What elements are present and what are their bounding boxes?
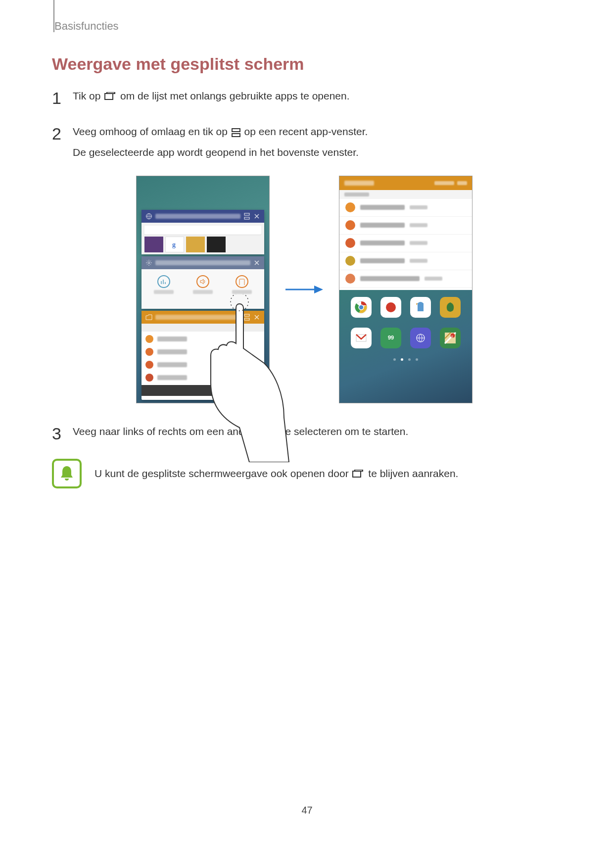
step-2-line2: De geselecteerde app wordt geopend in he… [73,144,557,161]
app-icon-3 [410,297,431,318]
folder-icon [145,314,152,321]
svg-rect-6 [244,217,249,219]
name-blur [157,362,187,367]
label-blur [232,290,252,294]
size-blur [425,277,442,281]
subcat-text-blur [344,193,369,196]
splitscreen-icon [232,128,240,137]
recents-icon [352,470,364,479]
svg-text:99: 99 [388,335,394,340]
svg-rect-9 [239,279,244,285]
step-1: 1 Tik op om de lijst met onlangs gebruik… [52,88,557,111]
step-3-body: Veeg naar links of rechts om een andere … [73,423,557,440]
split-icon [243,213,250,220]
top-app-bar [339,176,472,190]
svg-rect-3 [232,134,240,137]
section-title: Weergave met gesplitst scherm [52,54,557,74]
images-icon [145,335,153,343]
size-blur [410,241,427,245]
file-row [339,199,472,217]
note-text: U kunt de gesplitste schermweergave ook … [94,468,458,480]
svg-rect-1 [107,92,115,94]
audio-icon [145,361,153,369]
figure-row: g [52,176,557,403]
tile-4 [207,237,226,252]
display-icon [236,275,248,288]
close-all-text-blur [230,388,259,393]
audio-icon [345,238,355,248]
subheader [142,324,264,332]
gear-icon [145,259,152,266]
svg-rect-11 [244,318,249,320]
tile-google: g [165,237,184,252]
note-text-a: U kunt de gesplitste schermweergave ook … [94,468,351,479]
file-row [339,217,472,235]
chrome-icon [351,297,372,318]
recents-icon [104,92,116,101]
step-3-number: 3 [52,420,73,447]
file-row [339,235,472,252]
hangouts-icon: 99 [380,328,401,348]
recent-card-internet: g [142,210,264,254]
label-blur [193,290,213,294]
card2-body [142,269,264,309]
step-2-body: Veeg omhoog of omlaag en tik op op een r… [73,123,557,160]
tiles: g [144,237,261,252]
name-blur [360,205,405,210]
arrow-right-icon [284,285,324,294]
phone-before-screenshot: g [136,176,270,403]
card1-title-blur [155,214,240,219]
dot [393,358,396,361]
bottom-pane-apps: 99 g [339,290,472,403]
name-blur [157,375,187,380]
dot [416,358,418,361]
svg-point-8 [148,262,150,264]
step-3: 3 Veeg naar links of rechts om een ander… [52,423,557,447]
svg-text:g: g [451,334,453,338]
size-blur [410,259,427,263]
phone-after-screenshot: 99 g [339,176,472,403]
svg-rect-5 [244,213,249,215]
main-content: Weergave met gesplitst scherm 1 Tik op o… [52,54,557,488]
name-blur [157,349,187,354]
close-icon [253,213,260,220]
step-2-number: 2 [52,120,73,147]
card1-header [142,210,264,223]
note-bell-icon [52,459,82,488]
step-2: 2 Veeg omhoog of omlaag en tik op op een… [52,123,557,160]
step-2-line1-a: Veeg omhoog of omlaag en tik op [73,126,231,137]
gmail-icon [351,328,372,348]
file-row [339,252,472,270]
card3-header [142,311,264,324]
breadcrumb: Basisfuncties [54,20,119,33]
tile-bookmark [144,237,163,252]
file-row-docs [142,371,264,384]
svg-rect-27 [353,471,361,477]
videos-icon [145,348,153,356]
svg-rect-28 [355,470,363,471]
svg-point-19 [386,302,396,312]
title-blur [344,181,374,186]
gallery-icon [440,297,461,318]
category-header [339,190,472,199]
top-pane-myfiles [339,176,472,290]
step-1-number: 1 [52,85,73,111]
file-row-audio [142,358,264,371]
maps-icon: g [440,328,461,348]
file-row-videos [142,345,264,358]
close-all-bar [142,385,264,396]
page-indicator [346,358,465,361]
note-row: U kunt de gesplitste schermweergave ook … [52,459,557,488]
docs-icon [145,374,153,382]
dot [408,358,411,361]
split-icon [243,314,250,321]
svg-rect-0 [105,94,113,99]
action-blur [457,181,467,185]
svg-rect-2 [232,129,240,132]
card3-body [142,324,264,384]
note-text-b: te blijven aanraken. [368,468,458,479]
card2-header [142,256,264,269]
close-icon [253,259,260,266]
name-blur [360,276,420,281]
action-blur [434,181,454,185]
